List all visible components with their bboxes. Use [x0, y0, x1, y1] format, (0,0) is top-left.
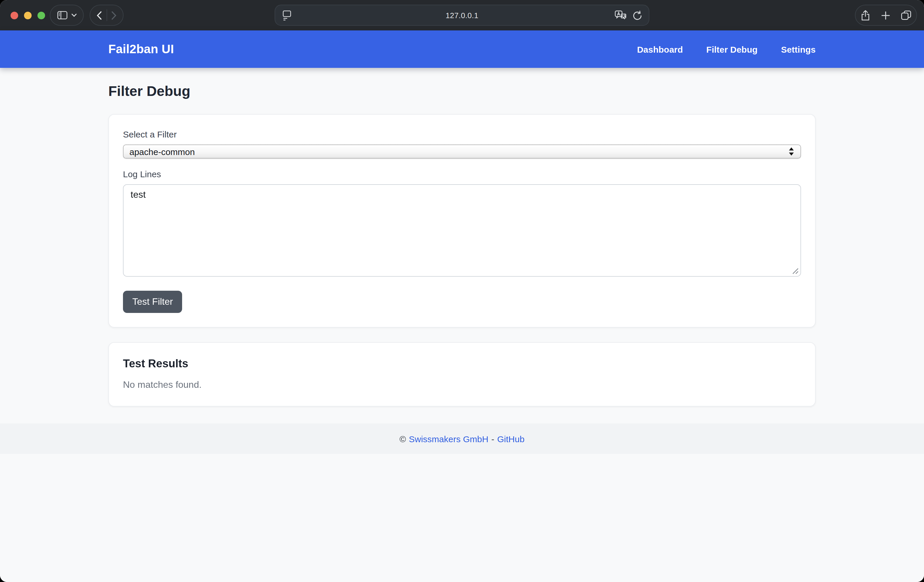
zoom-window-button[interactable] — [38, 12, 45, 19]
chevron-down-icon — [71, 13, 76, 17]
viewport-background — [0, 454, 924, 582]
nav-link-dashboard[interactable]: Dashboard — [637, 44, 683, 54]
footer-separator: - — [491, 434, 494, 444]
new-tab-button[interactable] — [881, 11, 890, 20]
window-actions — [855, 5, 917, 26]
forward-icon — [111, 11, 117, 20]
nav-link-settings[interactable]: Settings — [781, 44, 816, 54]
url-text: 127.0.0.1 — [446, 11, 478, 20]
test-results-card: Test Results No matches found. — [108, 342, 816, 406]
back-icon — [97, 11, 102, 20]
nav-links: Dashboard Filter Debug Settings — [637, 44, 816, 54]
back-button[interactable] — [92, 11, 106, 20]
forward-button[interactable] — [107, 11, 121, 20]
reload-icon[interactable] — [632, 10, 642, 21]
copyright-symbol: © — [399, 434, 406, 444]
page-format-icon[interactable] — [282, 10, 292, 21]
filter-select-value: apache-common — [129, 146, 195, 156]
log-lines-textarea[interactable]: test — [123, 184, 801, 277]
share-icon — [861, 10, 870, 21]
select-filter-label: Select a Filter — [123, 129, 801, 139]
new-tab-icon — [881, 11, 890, 20]
translate-icon[interactable] — [614, 10, 627, 21]
app-navbar: Fail2ban UI Dashboard Filter Debug Setti… — [0, 30, 924, 68]
tabs-overview-button[interactable] — [901, 10, 911, 20]
resize-handle-icon[interactable] — [792, 268, 799, 275]
sidebar-controls — [50, 5, 84, 26]
page-content: Filter Debug Select a Filter apache-comm… — [0, 68, 924, 406]
brand-link[interactable]: Fail2ban UI — [108, 42, 174, 56]
company-link[interactable]: Swissmakers GmbH — [409, 434, 488, 444]
github-link[interactable]: GitHub — [497, 434, 525, 444]
browser-toolbar: 127.0.0.1 — [0, 0, 924, 30]
sidebar-menu-button[interactable] — [71, 13, 76, 17]
page-title: Filter Debug — [108, 83, 816, 99]
sidebar-toggle-button[interactable] — [57, 11, 67, 19]
nav-link-filter-debug[interactable]: Filter Debug — [706, 44, 758, 54]
browser-window: 127.0.0.1 — [0, 0, 924, 582]
address-bar[interactable]: 127.0.0.1 — [275, 5, 649, 26]
window-controls — [10, 12, 45, 19]
page-footer: © Swissmakers GmbH - GitHub — [0, 424, 924, 454]
sidebar-toggle-icon — [57, 11, 67, 19]
close-window-button[interactable] — [10, 12, 18, 19]
filter-debug-card: Select a Filter apache-common Log Lines … — [108, 114, 816, 327]
test-results-message: No matches found. — [123, 380, 801, 390]
filter-select[interactable]: apache-common — [123, 145, 801, 158]
log-lines-label: Log Lines — [123, 169, 801, 179]
test-filter-button[interactable]: Test Filter — [123, 291, 182, 313]
share-button[interactable] — [861, 10, 870, 21]
test-results-title: Test Results — [123, 357, 801, 370]
tabs-overview-icon — [901, 10, 911, 20]
minimize-window-button[interactable] — [24, 12, 31, 19]
history-controls — [89, 5, 124, 26]
select-stepper-icon — [789, 147, 794, 156]
